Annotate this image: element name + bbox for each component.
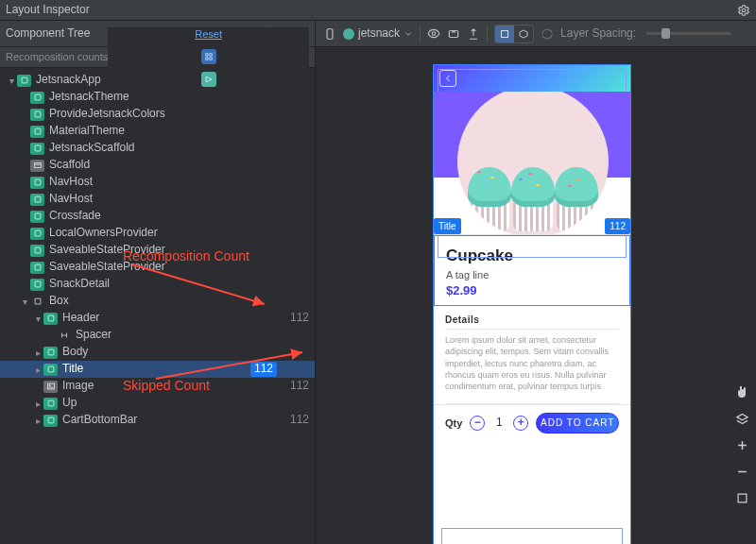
svg-rect-8 [34,163,41,168]
tree-row[interactable]: LocalOwnersProvider [0,225,315,242]
svg-rect-11 [35,213,41,219]
status-dot [343,28,354,40]
disclosure-arrow[interactable]: ▸ [32,347,43,359]
svg-rect-17 [48,315,54,321]
tree-row[interactable]: Image112 [0,378,315,395]
svg-point-25 [432,32,436,36]
box-icon [30,296,44,308]
tree-item-label: Crossfade [49,209,245,224]
process-name: jetsnack [358,26,400,42]
tree-item-label: Up [62,396,245,411]
disclosure-arrow[interactable]: ▾ [32,313,43,325]
mode-3d[interactable] [514,26,533,42]
recomp-count-column-icon[interactable] [201,49,216,64]
component-tree-panel: Component Tree Recomposition counts Rese… [0,21,316,544]
layout-canvas[interactable]: Title 112 Cupcake A tag line $2.99 Detai… [316,47,756,544]
skip-count: 112 [277,413,309,428]
image-icon [43,381,58,393]
add-to-cart-button[interactable]: ADD TO CART [536,413,619,434]
recomp-subheader: Recomposition counts Reset [0,47,315,68]
tree-item-label: JetsnackScaffold [49,141,245,156]
svg-rect-14 [35,264,41,270]
refresh-icon [541,27,554,41]
tree-item-label: CartBottomBar [62,413,245,428]
tree-row[interactable]: ▸Title112 [0,361,315,378]
tree-item-label: LocalOwnersProvider [49,226,245,241]
layers-icon[interactable] [733,410,750,427]
svg-rect-5 [35,111,41,117]
composable-icon [43,398,58,410]
svg-point-0 [742,8,746,12]
component-tree[interactable]: ▾JetsnackAppJetsnackThemeProvideJetsnack… [0,68,315,544]
tree-row[interactable]: SaveableStateProvider [0,242,315,259]
mode-2d[interactable] [495,26,514,42]
svg-rect-10 [35,196,41,202]
skip-count: 112 [277,311,309,326]
tree-row[interactable]: Spacer [0,327,315,344]
tree-item-label: SaveableStateProvider [49,243,245,258]
export-icon[interactable] [467,27,480,41]
composable-icon [30,211,44,223]
svg-rect-23 [48,417,54,423]
tree-row[interactable]: ▸Body [0,344,315,361]
composable-icon [30,143,44,155]
panel-title: Component Tree [6,26,90,42]
disclosure-arrow[interactable]: ▸ [32,415,43,427]
eye-icon[interactable] [427,27,440,41]
process-chip[interactable]: jetsnack [343,26,413,42]
recomp-count: 112 [250,362,277,377]
skip-count: 112 [277,379,309,394]
pan-icon[interactable] [733,383,750,400]
tree-item-label: NavHost [49,192,245,207]
gear-icon[interactable] [737,4,750,17]
tree-row[interactable]: MaterialTheme [0,123,315,140]
tree-row[interactable]: SnackDetail [0,276,315,293]
disclosure-arrow[interactable]: ▸ [32,364,43,376]
svg-rect-27 [502,30,508,37]
device-icon[interactable] [323,27,336,41]
tree-row[interactable]: ▾Header112 [0,310,315,327]
disclosure-arrow[interactable]: ▸ [32,398,43,410]
selection-tag-right: 112 [605,218,630,234]
snapshot-icon[interactable] [447,27,460,41]
composable-icon [17,75,31,87]
composable-icon [30,92,44,104]
reset-link[interactable]: Reset [195,27,222,41]
details-heading: Details [445,314,619,330]
svg-rect-15 [35,281,41,287]
tree-item-label: SnackDetail [49,277,245,292]
tree-item-label: Body [62,345,245,360]
tree-item-label: Title [62,362,250,377]
right-toolbar: jetsnack Layer Spacing: [316,21,756,47]
disclosure-arrow[interactable]: ▾ [19,296,30,308]
layer-spacing-slider[interactable] [646,32,731,35]
composable-icon [43,364,58,376]
tree-row[interactable]: ▸Up [0,395,315,412]
tree-row[interactable]: NavHost [0,191,315,208]
view-mode-group[interactable] [494,25,534,43]
tree-row[interactable]: Crossfade [0,208,315,225]
window-title: Layout Inspector [6,3,90,18]
tree-row[interactable]: JetsnackTheme [0,89,315,106]
tree-row[interactable]: JetsnackScaffold [0,140,315,157]
tree-row[interactable]: ▸CartBottomBar112 [0,412,315,429]
zoom-in-icon[interactable] [733,436,750,453]
tree-row[interactable]: ProvideJetsnackColors [0,106,315,123]
snack-tagline: A tag line [446,268,618,281]
qty-minus-button[interactable]: − [470,416,485,431]
tree-row[interactable]: NavHost [0,174,315,191]
tree-row[interactable]: ▾JetsnackApp [0,72,315,89]
qty-value: 1 [492,416,506,431]
snack-price: $2.99 [446,283,618,299]
composable-icon [30,279,44,291]
svg-rect-6 [35,128,41,134]
layer-spacing-label: Layer Spacing: [560,26,636,42]
disclosure-arrow[interactable]: ▾ [6,75,17,87]
qty-plus-button[interactable]: + [513,416,528,431]
tree-row[interactable]: Scaffold [0,157,315,174]
tree-row[interactable]: ▾Box [0,293,315,310]
tree-row[interactable]: SaveableStateProvider [0,259,315,276]
zoom-fit-icon[interactable] [733,489,750,506]
zoom-out-icon[interactable] [733,463,750,480]
tree-item-label: Image [62,379,245,394]
